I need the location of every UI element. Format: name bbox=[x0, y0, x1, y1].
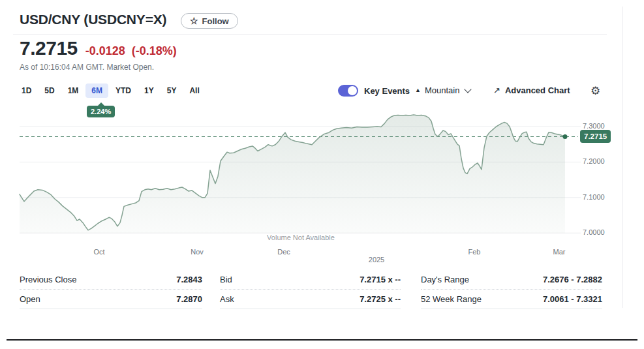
range-tab-1y[interactable]: 1Y bbox=[138, 83, 160, 98]
x-axis-year-label: 2025 bbox=[369, 256, 384, 264]
y-axis-label: 7.0000 bbox=[583, 228, 605, 236]
x-axis-label: Mar bbox=[553, 248, 566, 256]
y-axis-label: 7.1000 bbox=[583, 193, 605, 201]
x-axis-label: Nov bbox=[191, 248, 204, 256]
page-title: USD/CNY (USDCNY=X) bbox=[20, 12, 166, 27]
price-chart[interactable]: 7.3000 7.2000 7.1000 7.0000 Oct Nov Dec … bbox=[0, 108, 644, 267]
x-axis-label: Oct bbox=[93, 248, 104, 256]
stat-label: Bid bbox=[220, 275, 232, 284]
chart-type-dropdown[interactable]: ▲ Mountain bbox=[415, 85, 470, 95]
stat-row-previous-close: Previous Close 7.2843 bbox=[20, 270, 202, 290]
stat-value: 7.2870 bbox=[176, 294, 202, 304]
price-change-percent: (-0.18%) bbox=[132, 44, 177, 58]
current-price-axis-badge: 7.2715 bbox=[580, 130, 611, 143]
stat-label: Day's Range bbox=[421, 275, 469, 284]
current-price: 7.2715 bbox=[20, 37, 78, 59]
x-axis-label: Feb bbox=[468, 248, 481, 256]
stats-column: Day's Range 7.2676 - 7.2882 52 Week Rang… bbox=[421, 270, 602, 309]
star-icon: ☆ bbox=[190, 16, 198, 25]
key-events-control[interactable]: Key Events bbox=[338, 85, 410, 97]
quote-price-row: 7.2715 -0.0128 (-0.18%) bbox=[20, 37, 177, 59]
x-axis-label: Dec bbox=[277, 248, 290, 256]
stat-row-open: Open 7.2870 bbox=[20, 290, 202, 309]
right-rail-divider bbox=[622, 7, 622, 308]
price-change: -0.0128 bbox=[85, 44, 125, 58]
key-events-toggle[interactable] bbox=[338, 85, 358, 97]
range-tab-6m[interactable]: 6M bbox=[85, 83, 108, 98]
y-axis-label: 7.3000 bbox=[583, 122, 605, 130]
gear-icon[interactable]: ⚙ bbox=[590, 84, 600, 98]
stat-value: 7.2715 x -- bbox=[360, 275, 401, 284]
stat-value: 7.0061 - 7.3321 bbox=[543, 294, 602, 304]
stat-label: Open bbox=[20, 294, 40, 304]
advanced-chart-button[interactable]: ↗ Advanced Chart bbox=[493, 85, 570, 95]
key-events-label: Key Events bbox=[364, 86, 410, 96]
stat-label: 52 Week Range bbox=[421, 294, 482, 304]
range-tab-1d[interactable]: 1D bbox=[16, 83, 37, 98]
stat-value: 7.2676 - 7.2882 bbox=[543, 275, 602, 284]
stat-value: 7.2725 x -- bbox=[360, 294, 401, 304]
chevron-down-icon bbox=[465, 85, 472, 93]
follow-button-label: Follow bbox=[202, 16, 229, 26]
stat-row-ask: Ask 7.2725 x -- bbox=[220, 290, 401, 309]
toggle-knob bbox=[348, 86, 357, 95]
range-tab-5d[interactable]: 5D bbox=[38, 83, 60, 98]
range-tab-5y[interactable]: 5Y bbox=[161, 83, 183, 98]
y-axis-label: 7.2000 bbox=[583, 157, 605, 165]
stat-label: Ask bbox=[220, 294, 234, 304]
range-tabs: 1D 5D 1M 6M YTD 1Y 5Y All bbox=[16, 83, 206, 98]
stats-column: Previous Close 7.2843 Open 7.2870 bbox=[20, 270, 202, 309]
stat-row-days-range: Day's Range 7.2676 - 7.2882 bbox=[421, 270, 602, 290]
quote-page: USD/CNY (USDCNY=X) ☆ Follow 7.2715 -0.01… bbox=[0, 0, 644, 349]
stat-label: Previous Close bbox=[20, 275, 76, 284]
range-tab-ytd[interactable]: YTD bbox=[110, 83, 137, 98]
stat-row-52-week-range: 52 Week Range 7.0061 - 7.3321 bbox=[421, 290, 602, 309]
range-tab-all[interactable]: All bbox=[183, 83, 205, 98]
range-tab-1m[interactable]: 1M bbox=[62, 83, 85, 98]
follow-button[interactable]: ☆ Follow bbox=[181, 13, 238, 29]
mountain-icon: ▲ bbox=[415, 87, 421, 93]
section-divider bbox=[7, 339, 637, 341]
expand-arrow-icon: ↗ bbox=[493, 85, 500, 95]
chart-type-label: Mountain bbox=[425, 85, 459, 95]
stats-column: Bid 7.2715 x -- Ask 7.2725 x -- bbox=[220, 270, 401, 309]
chart-canvas[interactable] bbox=[0, 108, 644, 267]
header-divider bbox=[13, 34, 607, 35]
stat-value: 7.2843 bbox=[176, 275, 202, 284]
stat-row-bid: Bid 7.2715 x -- bbox=[220, 270, 401, 290]
volume-note: Volume Not Available bbox=[267, 234, 335, 241]
advanced-chart-label: Advanced Chart bbox=[505, 85, 570, 95]
as-of-timestamp: As of 10:16:04 AM GMT. Market Open. bbox=[20, 63, 154, 72]
